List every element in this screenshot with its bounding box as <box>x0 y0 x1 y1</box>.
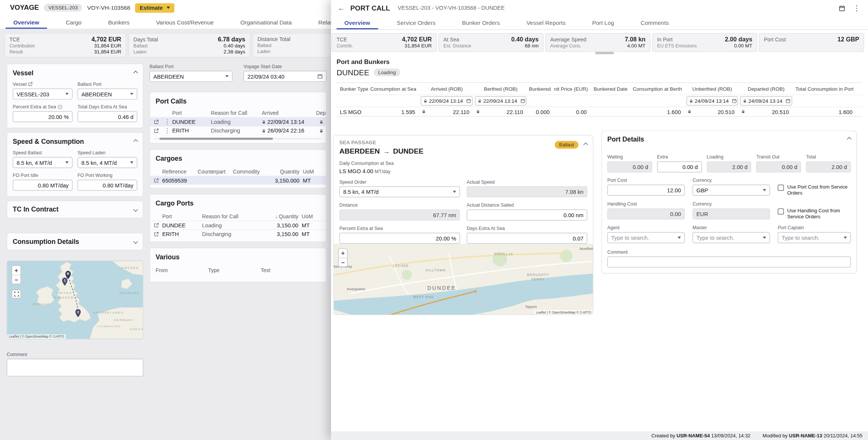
kpi-card-in-port: In Port2.00 days EU ETS Emissions0.00 MT <box>652 33 757 52</box>
total-days-extra-input[interactable]: 0.46 d <box>78 111 138 122</box>
tab-service-orders[interactable]: Service Orders <box>384 16 449 29</box>
zoom-in-button[interactable]: + <box>12 266 20 274</box>
open-port-call-icon[interactable] <box>150 119 162 124</box>
cargo-row[interactable]: 65059539 3,150.000 MT <box>150 176 326 184</box>
tab-overview[interactable]: Overview <box>331 16 384 29</box>
agent-select[interactable]: Type to search. <box>607 232 685 243</box>
ballast-port-select-mid[interactable]: ABERDEEN <box>150 71 232 82</box>
voyage-comment-input[interactable] <box>7 359 144 376</box>
kebab-icon[interactable]: ⋮ <box>853 5 860 12</box>
voyage-route-map[interactable]: SWEDEN DENMARK UNITED KINGDOM IRELAND NE… <box>7 260 144 340</box>
map-label-tayport: Tayport <box>525 304 537 309</box>
cargo-port-row-erith[interactable]: ERITH Discharging 3,150.00 MT <box>150 229 326 238</box>
unberthed-date-input[interactable]: 24/09/24 13:14 <box>686 96 738 106</box>
kpi-scroll-indicator[interactable] <box>595 52 614 54</box>
ballast-port-label: Ballast Port <box>78 81 138 87</box>
tab-bunkers[interactable]: Bunkers <box>95 15 143 29</box>
tab-organisational-data[interactable]: Organisational Data <box>227 15 305 29</box>
tab-overview[interactable]: Overview <box>0 15 52 29</box>
bunker-table-row-lsmgo[interactable]: LS MGO 1.595 22.110 22.110 0.000 0.00 1.… <box>336 107 862 117</box>
kebab-icon[interactable]: ⋮ <box>162 119 172 125</box>
chevron-down-icon[interactable] <box>133 207 138 212</box>
tab-cargo[interactable]: Cargo <box>52 15 95 29</box>
route-to: DUNDEE <box>393 147 423 155</box>
fo-port-idle-input[interactable]: 0.80 MT/day <box>13 180 73 190</box>
voyage-start-date-value: 22/09/24 03:40 <box>248 73 284 79</box>
open-cargo-port-icon[interactable] <box>150 223 162 228</box>
fullscreen-button[interactable] <box>12 290 21 298</box>
calendar-icon[interactable] <box>521 98 526 103</box>
tab-bunker-orders[interactable]: Bunker Orders <box>449 16 513 29</box>
voyage-start-date-input[interactable]: 22/09/24 03:40 <box>244 71 327 82</box>
chevron-up-icon[interactable] <box>847 137 851 142</box>
open-cargo-icon[interactable] <box>150 178 162 183</box>
departed-rob-cell: 20.510 <box>772 109 789 115</box>
ballast-port-select[interactable]: ABERDEEN <box>78 88 138 99</box>
speed-order-select[interactable]: 8.5 kn, 4 MT/d <box>339 186 460 197</box>
arrived-date-input[interactable]: 22/09/24 13:14 <box>421 96 473 106</box>
modified-by-text: Modified by USR-NAME-13 20/11/2024, 14:5… <box>763 433 862 438</box>
percent-extra-input[interactable]: 20.00 % <box>339 233 460 244</box>
estimate-button[interactable]: Estimate <box>135 3 174 12</box>
col-port: Port <box>172 110 211 116</box>
open-port-call-icon[interactable] <box>150 128 162 133</box>
use-port-cost-checkbox-row[interactable]: Use Port Cost from Service Orders <box>778 177 851 196</box>
port-call-row-erith[interactable]: ⋮ ERITH Discharging 26/09/24 22:16 <box>150 126 326 135</box>
open-vessel-icon[interactable] <box>28 82 33 86</box>
col-quantity-sort[interactable]: ↓Quantity <box>255 213 301 219</box>
port-cost-input[interactable]: 12.00 <box>607 185 685 196</box>
extra-input[interactable]: 0.00 d <box>657 161 702 172</box>
back-icon[interactable]: ← <box>338 4 345 12</box>
col-commodity: Commodity <box>233 168 267 174</box>
port-call-tabs: Overview Service Orders Bunker Orders Ve… <box>331 16 868 30</box>
port-call-kpi-strip: TCE4,702 EUR Contrib.31,854 EUR At Sea0.… <box>331 30 868 52</box>
departed-date-input[interactable]: 24/09/24 13:14 <box>740 96 792 106</box>
checkbox-icon[interactable] <box>778 185 784 191</box>
days-extra-input[interactable]: 0.07 <box>467 233 587 244</box>
calendar-icon[interactable] <box>466 98 471 103</box>
vessel-select[interactable]: VESSEL-203 <box>13 88 73 99</box>
kebab-icon[interactable]: ⋮ <box>162 128 172 134</box>
actual-distance-input[interactable]: 0.00 nm <box>467 210 587 221</box>
percent-extra-field: Percent Extra at Sea 20.00 % <box>339 225 460 244</box>
speed-ballast-field: Speed Ballast 8.5 kn, 4 MT/d <box>13 150 73 168</box>
speed-ballast-select[interactable]: 8.5 kn, 4 MT/d <box>13 157 73 168</box>
zoom-out-button[interactable]: − <box>12 275 20 283</box>
calendar-icon[interactable] <box>786 98 791 103</box>
use-handling-cost-checkbox-row[interactable]: Use Handling Cost from Service Orders <box>778 201 851 220</box>
tab-various-cost-revenue[interactable]: Various Cost/Revenue <box>143 15 227 29</box>
lock-icon <box>262 120 266 124</box>
tab-comments[interactable]: Comments <box>627 16 682 29</box>
chevron-up-icon[interactable] <box>133 71 138 75</box>
col-uom: UoM <box>302 213 326 219</box>
port-area-map[interactable]: LOCHEE HILLTOWN WEST END DOUGLAS BROUGHT… <box>334 244 593 315</box>
tab-port-log[interactable]: Port Log <box>579 16 627 29</box>
chevron-down-icon[interactable] <box>133 239 138 244</box>
tab-vessel-reports[interactable]: Vessel Reports <box>513 16 579 29</box>
percent-extra-at-sea-input[interactable]: 20.00 % <box>13 111 73 122</box>
speed-laden-select[interactable]: 8.5 kn, 4 MT/d <box>78 157 138 168</box>
port-name: DUNDEE <box>336 68 369 77</box>
zoom-out-button[interactable]: − <box>339 257 347 266</box>
port-call-row-dundee[interactable]: ⋮ DUNDEE Loading 22/09/24 13:14 <box>150 117 326 126</box>
cargo-port-row-dundee[interactable]: DUNDEE Loading 3,150.00 MT <box>150 221 326 229</box>
fo-port-working-input[interactable]: 0.80 MT/day <box>78 180 138 190</box>
chevron-up-icon[interactable] <box>583 143 588 147</box>
scrollbar-thumb[interactable] <box>159 138 273 140</box>
chevron-up-icon[interactable] <box>133 139 138 144</box>
calendar-icon[interactable] <box>732 98 737 103</box>
open-cargo-port-icon[interactable] <box>150 231 162 236</box>
port-call-comment-input[interactable] <box>607 256 851 267</box>
berthed-date-input[interactable]: 22/09/24 13:14 <box>475 96 527 106</box>
calendar-icon[interactable] <box>317 73 323 79</box>
horizontal-scrollbar[interactable] <box>154 138 322 140</box>
master-select[interactable]: Type to search. <box>692 232 770 243</box>
col-reason: Reason for Call <box>202 213 255 219</box>
calendar-icon[interactable] <box>839 5 845 11</box>
col-bunkered: Bunkered <box>527 83 554 94</box>
consumption-berth-cell: 1.600 <box>630 107 685 116</box>
currency-select[interactable]: GBP <box>692 185 770 196</box>
port-captain-select[interactable]: Type to search. <box>778 232 851 243</box>
checkbox-icon[interactable] <box>778 209 784 215</box>
zoom-in-button[interactable]: + <box>339 249 347 257</box>
